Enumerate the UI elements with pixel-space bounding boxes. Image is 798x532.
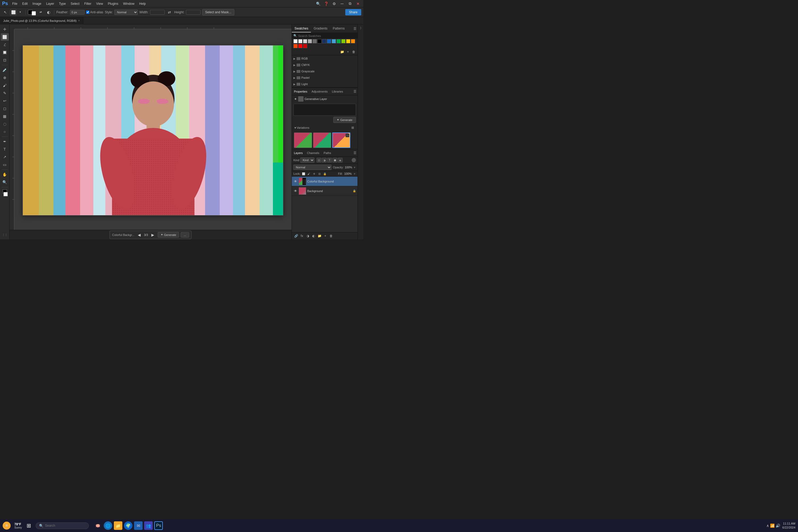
panel-menu-btn[interactable]: ☰ xyxy=(352,26,358,32)
canvas-document[interactable] xyxy=(23,45,283,215)
swatch-dark-blue[interactable] xyxy=(322,39,326,43)
layer-fx-btn[interactable]: fx xyxy=(299,233,305,239)
swap-wh[interactable]: ⇄ xyxy=(166,9,173,15)
filter-smart-btn[interactable]: ◈ xyxy=(338,158,343,163)
menu-edit[interactable]: Edit xyxy=(20,1,30,6)
swatch-yellow-green[interactable] xyxy=(341,39,345,43)
layer-new-btn[interactable]: + xyxy=(323,233,328,239)
canvas-area[interactable]: Colorful Backgr... ◀ 3/3 ▶ ✦ Generate ..… xyxy=(10,24,291,240)
close-btn[interactable]: ✕ xyxy=(355,1,361,7)
swatch-gray[interactable] xyxy=(308,39,312,43)
edit-toolbar-btn[interactable]: ⋮⋮ xyxy=(1,231,9,238)
style-select[interactable]: Normal Fixed Ratio Fixed Size xyxy=(114,10,138,15)
lasso-tool-btn[interactable]: 𝓛 xyxy=(1,41,9,49)
layer-delete-btn[interactable]: 🗑 xyxy=(328,233,334,239)
variation-more-btn[interactable]: ⋯ xyxy=(345,134,349,137)
filter-type-btn[interactable]: T xyxy=(327,158,332,163)
lock-artboard-btn[interactable]: ⊟ xyxy=(317,172,322,176)
type-tool-btn[interactable]: T xyxy=(1,146,9,153)
swatch-green[interactable] xyxy=(337,39,341,43)
group-light-header[interactable]: ▶ Light xyxy=(293,82,356,87)
new-swatch-btn[interactable]: + xyxy=(345,49,350,55)
search-btn[interactable]: 🔍 xyxy=(315,1,321,7)
filter-toggle[interactable] xyxy=(352,158,356,162)
brush-btn[interactable]: 🖌 xyxy=(1,82,9,89)
swatch-light-gray-2[interactable] xyxy=(303,39,307,43)
move-tool-btn[interactable]: ✛ xyxy=(1,25,9,33)
marquee-tool-btn[interactable]: ⬜ xyxy=(1,33,9,41)
variations-header[interactable]: ▼ Variations ⊞ xyxy=(292,124,358,131)
move-tool[interactable]: ↖ xyxy=(2,9,8,15)
crop-tool-btn[interactable]: ⊡ xyxy=(1,56,9,64)
group-cmyk-header[interactable]: ▶ CMYK xyxy=(293,62,356,67)
rect-select-sub[interactable]: ▼ xyxy=(17,9,23,15)
swap-colors[interactable]: ⇄ xyxy=(38,9,44,15)
tab-paths[interactable]: Paths xyxy=(322,150,333,156)
settings-btn[interactable]: ⚙ xyxy=(331,1,337,7)
delete-swatch-btn[interactable]: 🗑 xyxy=(351,49,357,55)
variation-3[interactable]: ⋯ xyxy=(332,132,350,148)
dodge-btn[interactable]: ○ xyxy=(1,128,9,135)
pen-tool-btn[interactable]: ✒ xyxy=(1,138,9,145)
restore-btn[interactable]: ⧉ xyxy=(347,1,353,7)
menu-file[interactable]: File xyxy=(10,1,19,6)
layers-menu-btn[interactable]: ☰ xyxy=(352,150,358,156)
swatch-light-blue[interactable] xyxy=(332,39,336,43)
side-icon-1[interactable]: ⟩ xyxy=(358,25,363,30)
filter-pixel-btn[interactable]: ⊡ xyxy=(317,158,321,163)
new-group-btn[interactable]: 📁 xyxy=(339,49,345,55)
filter-adj-btn[interactable]: ◑ xyxy=(322,158,327,163)
object-select-btn[interactable]: 🔲 xyxy=(1,49,9,56)
more-canvas-btn[interactable]: ... xyxy=(180,232,189,238)
layer-link-btn[interactable]: 🔗 xyxy=(293,233,299,239)
swatch-red-orange[interactable] xyxy=(293,44,298,48)
group-rgb-header[interactable]: ▶ RGB xyxy=(293,56,356,61)
menu-type[interactable]: Type xyxy=(57,1,68,6)
generate-action-btn[interactable]: ✦ Generate xyxy=(333,117,356,123)
tab-layers[interactable]: Layers xyxy=(292,150,305,156)
next-variation-btn[interactable]: ▶ xyxy=(150,232,156,238)
fill-arrow[interactable]: ▼ xyxy=(353,172,356,175)
minimize-btn[interactable]: ─ xyxy=(339,1,345,7)
menu-layer[interactable]: Layer xyxy=(44,1,56,6)
canvas-viewport[interactable] xyxy=(15,32,290,229)
menu-filter[interactable]: Filter xyxy=(82,1,94,6)
tab-channels[interactable]: Channels xyxy=(305,150,321,156)
feather-input[interactable] xyxy=(70,10,84,15)
lock-transparent-btn[interactable]: ⬜ xyxy=(301,172,306,176)
share-button[interactable]: Share xyxy=(345,9,361,15)
menu-window[interactable]: Window xyxy=(121,1,137,6)
lock-all-btn[interactable]: 🔒 xyxy=(323,172,327,176)
tab-properties[interactable]: Properties xyxy=(292,89,309,94)
history-brush-btn[interactable]: ↩ xyxy=(1,97,9,104)
menu-plugins[interactable]: Plugins xyxy=(106,1,120,6)
generate-canvas-btn[interactable]: ✦ Generate xyxy=(158,232,179,238)
menu-image[interactable]: Image xyxy=(30,1,43,6)
bg-swatch[interactable] xyxy=(3,192,8,196)
tab-libraries[interactable]: Libraries xyxy=(330,89,345,94)
layer-adj-btn[interactable]: ◐ xyxy=(311,233,316,239)
eraser-btn[interactable]: ◻ xyxy=(1,105,9,112)
help-btn[interactable]: ❓ xyxy=(323,1,329,7)
layer-vis-colorful-bg[interactable]: 👁 xyxy=(293,179,298,184)
tab-patterns[interactable]: Patterns xyxy=(330,25,347,33)
layer-mask-btn[interactable]: ◑ xyxy=(305,233,310,239)
group-grayscale-header[interactable]: ▶ Grayscale xyxy=(293,69,356,74)
tab-swatches[interactable]: Swatches xyxy=(292,25,311,33)
healing-btn[interactable]: ⊕ xyxy=(1,74,9,81)
swatch-dark-gray[interactable] xyxy=(312,39,317,43)
swatch-black[interactable] xyxy=(317,39,322,43)
eyedropper-btn[interactable]: 💉 xyxy=(1,66,9,74)
layer-group-btn[interactable]: 📁 xyxy=(317,233,322,239)
height-input[interactable] xyxy=(186,10,201,15)
width-input[interactable] xyxy=(150,10,165,15)
blur-btn[interactable]: ◌ xyxy=(1,120,9,128)
quick-mask[interactable]: ◐ xyxy=(45,9,52,15)
zoom-tool-btn[interactable]: 🔍 xyxy=(1,178,9,186)
grid-view-btn[interactable]: ⊞ xyxy=(350,125,355,130)
rect-select-tool[interactable]: ⬜ xyxy=(10,9,17,15)
group-pastel-header[interactable]: ▶ Pastel xyxy=(293,75,356,80)
tab-gradients[interactable]: Gradients xyxy=(311,25,330,33)
menu-help[interactable]: Help xyxy=(137,1,148,6)
opacity-arrow[interactable]: ▼ xyxy=(353,166,356,169)
